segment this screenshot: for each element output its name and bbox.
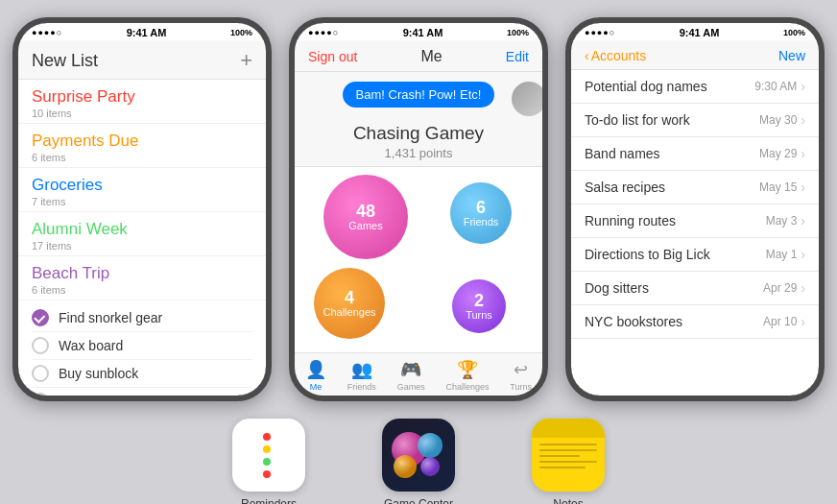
note-item-4[interactable]: Running routes May 3 › bbox=[571, 204, 819, 238]
chevron-icon-7: › bbox=[801, 314, 805, 329]
rem-dot-row-2 bbox=[263, 445, 275, 453]
reminder-check-0[interactable] bbox=[32, 309, 49, 326]
chevron-icon-2: › bbox=[801, 146, 805, 161]
note-date-5: May 1 bbox=[766, 248, 798, 261]
gc-tab-challenges[interactable]: 🏆 Challenges bbox=[445, 359, 489, 392]
battery: 100% bbox=[230, 28, 252, 37]
notes-app-label: Notes bbox=[553, 497, 583, 504]
notes-list: Potential dog names 9:30 AM › To-do list… bbox=[571, 70, 819, 396]
app-icons-row: Reminders bbox=[0, 401, 837, 504]
reminder-list: Surprise Party 10 items Payments Due 6 i… bbox=[18, 80, 266, 396]
gc-challenges-icon: 🏆 bbox=[457, 359, 478, 380]
note-item-5[interactable]: Directions to Big Lick May 1 › bbox=[571, 238, 819, 272]
note-item-0[interactable]: Potential dog names 9:30 AM › bbox=[571, 70, 819, 104]
group-name-groceries: Groceries bbox=[32, 176, 252, 195]
gc-status-bar: ●●●●○ 9:41 AM 100% bbox=[295, 23, 542, 40]
group-name-alumni: Alumni Week bbox=[32, 220, 252, 239]
reminder-group-beach[interactable]: Beach Trip 6 items bbox=[18, 256, 266, 300]
gc-me-icon: 👤 bbox=[305, 359, 326, 380]
gc-friends-icon: 👥 bbox=[351, 359, 372, 380]
chevron-icon-0: › bbox=[801, 79, 805, 94]
note-name-7: NYC bookstores bbox=[585, 314, 763, 329]
gc-edit-button[interactable]: Edit bbox=[506, 49, 529, 64]
rem-dot-row-3 bbox=[263, 458, 275, 466]
notes-line-2 bbox=[539, 449, 597, 451]
reminder-group-alumni[interactable]: Alumni Week 17 items bbox=[18, 212, 266, 256]
reminder-group-surprise[interactable]: Surprise Party 10 items bbox=[18, 80, 266, 124]
gc-battery: 100% bbox=[507, 28, 529, 37]
chevron-icon-3: › bbox=[801, 180, 805, 195]
note-date-7: Apr 10 bbox=[763, 315, 797, 328]
gamecenter-app-icon[interactable] bbox=[382, 419, 455, 492]
gc-username: Chasing Gamey bbox=[353, 123, 484, 144]
notes-app-icon[interactable] bbox=[532, 419, 605, 492]
reminder-check-3[interactable] bbox=[32, 393, 49, 396]
gc-tab-friends[interactable]: 👥 Friends bbox=[347, 359, 376, 392]
gc-points: 1,431 points bbox=[385, 146, 453, 160]
gc-tab-turns[interactable]: ↩ Turns bbox=[510, 359, 532, 392]
reminder-group-payments[interactable]: Payments Due 6 items bbox=[18, 124, 266, 168]
gc-tab-me-label: Me bbox=[310, 382, 323, 392]
chevron-icon-5: › bbox=[801, 247, 805, 262]
note-item-7[interactable]: NYC bookstores Apr 10 › bbox=[571, 305, 819, 339]
gc-time: 9:41 AM bbox=[403, 27, 443, 38]
reminder-group-groceries[interactable]: Groceries 7 items bbox=[18, 168, 266, 212]
note-item-1[interactable]: To-do list for work May 30 › bbox=[571, 104, 819, 137]
note-item-2[interactable]: Band names May 29 › bbox=[571, 137, 819, 171]
reminder-item-3[interactable]: Pick up Tiffany bbox=[32, 388, 252, 396]
note-date-1: May 30 bbox=[759, 113, 797, 127]
note-item-3[interactable]: Salsa recipes May 15 › bbox=[571, 171, 819, 204]
gc-turns-icon: ↩ bbox=[514, 359, 528, 380]
reminders-header: New List + bbox=[18, 40, 266, 80]
note-name-0: Potential dog names bbox=[585, 79, 754, 94]
gc-chat-bubble: Bam! Crash! Pow! Etc! bbox=[343, 82, 495, 108]
gc-signout-button[interactable]: Sign out bbox=[308, 49, 357, 64]
reminder-check-2[interactable] bbox=[32, 365, 49, 382]
gc-games-icon: 🎮 bbox=[400, 359, 421, 380]
notes-phone: ●●●●○ 9:41 AM 100% ‹ Accounts New Potent… bbox=[565, 17, 825, 401]
reminders-screen: New List + Surprise Party 10 items Payme… bbox=[18, 40, 266, 396]
group-name-surprise: Surprise Party bbox=[32, 87, 252, 107]
note-name-3: Salsa recipes bbox=[585, 180, 759, 195]
notes-new-button[interactable]: New bbox=[778, 48, 805, 63]
add-list-button[interactable]: + bbox=[240, 48, 252, 73]
gc-bubble-friends: 6 Friends bbox=[450, 182, 512, 244]
gc-bubble-games: 48 Games bbox=[323, 175, 408, 259]
rem-dot-row-1 bbox=[263, 433, 275, 441]
rem-dot-red bbox=[263, 433, 271, 441]
reminder-item-0[interactable]: Find snorkel gear bbox=[32, 304, 252, 332]
notes-app-icon-wrap: Notes bbox=[532, 419, 605, 504]
chevron-icon-4: › bbox=[801, 213, 805, 228]
notes-line-1 bbox=[539, 444, 597, 445]
gc-icon-svg bbox=[382, 419, 455, 492]
gamecenter-phone: ●●●●○ 9:41 AM 100% Sign out Me Edit Bam!… bbox=[289, 17, 548, 401]
gc-avatar bbox=[512, 82, 542, 116]
gc-tab-games[interactable]: 🎮 Games bbox=[397, 359, 425, 392]
note-name-1: To-do list for work bbox=[585, 112, 759, 128]
notes-header: ‹ Accounts New bbox=[571, 40, 819, 70]
reminder-check-1[interactable] bbox=[32, 337, 49, 354]
notes-back-button[interactable]: ‹ Accounts bbox=[585, 48, 646, 63]
reminders-app-icon[interactable] bbox=[232, 419, 305, 492]
reminder-items: Find snorkel gear Wax board Buy sunblock bbox=[18, 300, 266, 396]
main-area: ●●●●○ 9:41 AM 100% New List + Surprise P… bbox=[0, 0, 837, 401]
group-count-alumni: 17 items bbox=[32, 240, 252, 252]
gc-bubble-turns: 2 Turns bbox=[452, 279, 506, 333]
reminders-title: New List bbox=[32, 51, 98, 71]
group-name-beach: Beach Trip bbox=[32, 264, 252, 283]
reminder-item-1[interactable]: Wax board bbox=[32, 332, 252, 360]
gc-chat-text: Bam! Crash! Pow! Etc! bbox=[356, 87, 482, 102]
notes-icon-lines bbox=[532, 438, 605, 474]
note-item-6[interactable]: Dog sitters Apr 29 › bbox=[571, 272, 819, 305]
gc-tab-me[interactable]: 👤 Me bbox=[305, 359, 326, 392]
note-name-6: Dog sitters bbox=[585, 280, 763, 296]
gc-bubbles-area: 48 Games 6 Friends 4 Challenges 2 Turns bbox=[295, 167, 542, 352]
gc-chat-row: Bam! Crash! Pow! Etc! bbox=[308, 82, 529, 115]
chevron-icon-6: › bbox=[801, 280, 805, 296]
notes-line-3 bbox=[539, 455, 580, 457]
signal: ●●●●○ bbox=[32, 28, 62, 37]
reminder-item-2[interactable]: Buy sunblock bbox=[32, 360, 252, 388]
svg-point-3 bbox=[420, 457, 440, 476]
note-date-0: 9:30 AM bbox=[754, 80, 797, 93]
group-count-groceries: 7 items bbox=[32, 196, 252, 207]
